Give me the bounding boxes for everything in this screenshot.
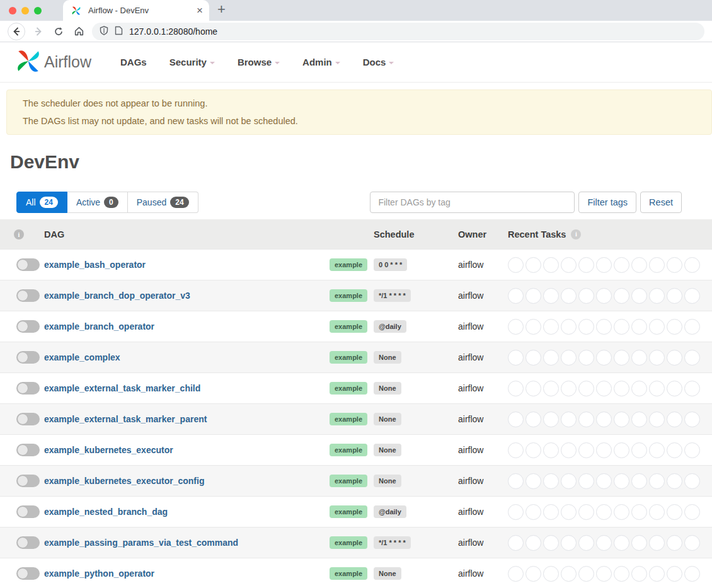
close-window-button[interactable] [9,7,16,14]
task-status-circle[interactable] [561,442,577,458]
task-status-circle[interactable] [578,566,594,582]
task-status-circle[interactable] [649,442,665,458]
pause-toggle[interactable] [16,258,40,271]
task-status-circle[interactable] [596,319,612,335]
task-status-circle[interactable] [543,288,559,304]
task-status-circle[interactable] [596,442,612,458]
task-status-circle[interactable] [543,442,559,458]
task-status-circle[interactable] [525,566,541,582]
dag-link[interactable]: example_branch_dop_operator_v3 [44,291,190,301]
task-status-circle[interactable] [614,319,629,335]
task-status-circle[interactable] [508,504,524,520]
task-status-circle[interactable] [667,442,682,458]
task-status-circle[interactable] [543,412,559,427]
task-status-circle[interactable] [561,288,577,304]
fullscreen-window-button[interactable] [34,7,42,14]
task-status-circle[interactable] [508,473,524,489]
navbar-item-docs[interactable]: Docs [363,57,394,67]
task-status-circle[interactable] [596,566,612,582]
task-status-circle[interactable] [561,473,577,489]
task-status-circle[interactable] [525,257,541,273]
task-status-circle[interactable] [578,473,594,489]
task-status-circle[interactable] [649,504,665,520]
task-status-circle[interactable] [508,319,524,335]
task-status-circle[interactable] [667,350,682,366]
task-status-circle[interactable] [614,412,629,427]
dag-link[interactable]: example_passing_params_via_test_command [44,538,238,548]
task-status-circle[interactable] [684,504,700,520]
task-status-circle[interactable] [649,412,665,427]
task-status-circle[interactable] [596,257,612,273]
task-status-circle[interactable] [649,473,665,489]
task-status-circle[interactable] [614,535,629,551]
pause-toggle[interactable] [16,351,40,364]
navbar-item-browse[interactable]: Browse [238,57,280,67]
pause-toggle[interactable] [16,320,40,333]
task-status-circle[interactable] [525,381,541,396]
task-status-circle[interactable] [667,412,682,427]
task-status-circle[interactable] [508,442,524,458]
schedule-badge[interactable]: None [374,382,401,395]
reload-button[interactable] [52,25,66,38]
task-status-circle[interactable] [508,288,524,304]
task-status-circle[interactable] [578,381,594,396]
info-icon[interactable]: i [571,229,581,239]
task-status-circle[interactable] [543,257,559,273]
schedule-badge[interactable]: @daily [374,505,406,518]
task-status-circle[interactable] [596,350,612,366]
task-status-circle[interactable] [649,566,665,582]
dag-tag[interactable]: example [330,351,367,364]
task-status-circle[interactable] [561,319,577,335]
pause-toggle[interactable] [16,444,40,456]
task-status-circle[interactable] [631,504,647,520]
schedule-badge[interactable]: */1 * * * * [374,536,411,549]
task-status-circle[interactable] [525,442,541,458]
task-status-circle[interactable] [649,288,665,304]
task-status-circle[interactable] [561,504,577,520]
task-status-circle[interactable] [649,535,665,551]
task-status-circle[interactable] [649,319,665,335]
page-info-icon[interactable] [115,26,123,37]
task-status-circle[interactable] [508,566,524,582]
task-status-circle[interactable] [525,473,541,489]
task-status-circle[interactable] [614,350,629,366]
address-bar[interactable]: 127.0.0.1:28080/home [92,23,704,40]
pause-toggle[interactable] [16,536,40,549]
task-status-circle[interactable] [578,288,594,304]
dag-tag[interactable]: example [330,320,367,333]
shield-icon[interactable] [100,26,108,37]
task-status-circle[interactable] [578,535,594,551]
task-status-circle[interactable] [525,412,541,427]
task-status-circle[interactable] [631,473,647,489]
dag-link[interactable]: example_branch_operator [44,321,154,331]
dag-tag[interactable]: example [330,536,367,549]
task-status-circle[interactable] [614,288,629,304]
task-status-circle[interactable] [631,350,647,366]
dag-link[interactable]: example_python_operator [44,568,154,579]
task-status-circle[interactable] [596,473,612,489]
schedule-badge[interactable]: 0 0 * * * [374,258,407,271]
tab-active[interactable]: Active0 [67,192,128,213]
forward-button[interactable] [32,25,45,38]
info-icon[interactable]: i [14,229,24,239]
pause-toggle[interactable] [16,382,40,395]
schedule-badge[interactable]: None [374,413,401,425]
schedule-badge[interactable]: None [374,351,401,364]
pause-toggle[interactable] [16,567,40,580]
task-status-circle[interactable] [649,257,665,273]
task-status-circle[interactable] [525,350,541,366]
dag-link[interactable]: example_nested_branch_dag [44,507,168,517]
task-status-circle[interactable] [667,319,682,335]
dag-tag[interactable]: example [330,505,367,518]
task-status-circle[interactable] [525,535,541,551]
task-status-circle[interactable] [614,473,629,489]
task-status-circle[interactable] [543,504,559,520]
task-status-circle[interactable] [508,412,524,427]
task-status-circle[interactable] [525,288,541,304]
task-status-circle[interactable] [561,350,577,366]
task-status-circle[interactable] [561,535,577,551]
schedule-badge[interactable]: None [374,567,401,580]
dag-tag[interactable]: example [330,289,367,302]
filter-tags-button[interactable]: Filter tags [578,192,636,213]
task-status-circle[interactable] [614,257,629,273]
